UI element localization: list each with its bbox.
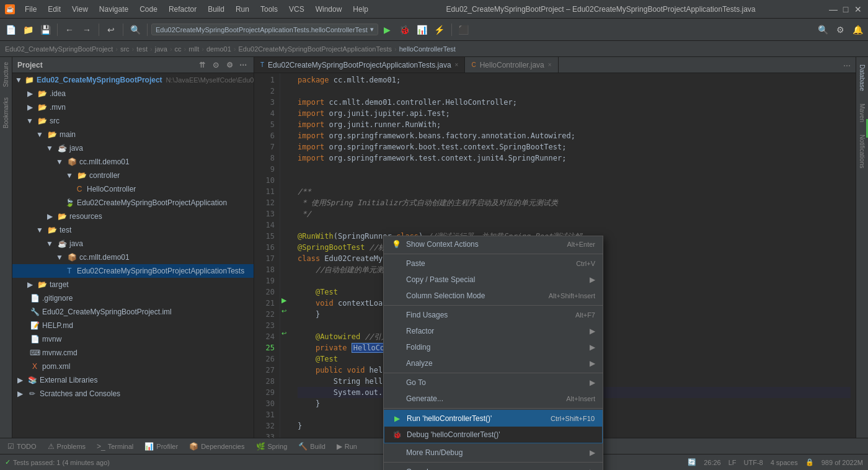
build-tab[interactable]: 🔨 Build bbox=[293, 441, 330, 452]
tree-item-app-tests[interactable]: T Edu02CreateMySpringBootProjectApplicat… bbox=[12, 264, 254, 278]
tree-item-pom[interactable]: X pom.xml bbox=[12, 360, 254, 373]
tree-item-target[interactable]: ▶ 📂 target bbox=[12, 278, 254, 291]
ctx-analyze[interactable]: Analyze ▶ bbox=[384, 355, 603, 371]
breadcrumb-src[interactable]: src bbox=[120, 45, 130, 53]
menu-navigate[interactable]: Navigate bbox=[94, 4, 133, 15]
undo-button[interactable]: ↩ bbox=[103, 22, 119, 38]
tree-item-java-main[interactable]: ▼ ☕ java bbox=[12, 141, 254, 155]
close-button[interactable]: ✕ bbox=[853, 4, 863, 14]
breadcrumb-project[interactable]: Edu02_CreateMySpringBootProject bbox=[5, 45, 113, 53]
maximize-button[interactable]: □ bbox=[841, 4, 851, 14]
breadcrumb-mllt[interactable]: mllt bbox=[188, 45, 199, 53]
ctx-show-context-actions[interactable]: 💡 Show Context Actions Alt+Enter bbox=[384, 236, 603, 252]
editor-tab-hello-ctrl[interactable]: C HelloController.java × bbox=[465, 57, 558, 73]
search-button[interactable]: 🔍 bbox=[815, 22, 831, 38]
save-button[interactable]: 💾 bbox=[37, 22, 53, 38]
open-button[interactable]: 📁 bbox=[20, 22, 36, 38]
ctx-copy-paste-special[interactable]: Copy / Paste Special ▶ bbox=[384, 272, 603, 288]
bookmarks-tab[interactable]: Bookmarks bbox=[0, 92, 12, 133]
locate-file-button[interactable]: ⊙ bbox=[210, 60, 221, 71]
menu-build[interactable]: Build bbox=[203, 4, 229, 15]
dependencies-tab[interactable]: 📦 Dependencies bbox=[184, 441, 249, 452]
tree-item-root[interactable]: ▼ 📁 Edu02_CreateMySpringBootProject N:\J… bbox=[12, 73, 254, 87]
menu-edit[interactable]: Edit bbox=[43, 4, 66, 15]
tree-item-mvn[interactable]: ▶ 📂 .mvn bbox=[12, 100, 254, 114]
terminal-tab[interactable]: >_ Terminal bbox=[92, 441, 138, 452]
menu-help[interactable]: Help bbox=[348, 4, 373, 15]
back-button[interactable]: ← bbox=[61, 22, 78, 38]
run-config-selector[interactable]: Edu02CreateMySpringBootProjectApplicatio… bbox=[151, 24, 378, 35]
ctx-paste[interactable]: Paste Ctrl+V bbox=[384, 255, 603, 272]
line-separator[interactable]: LF bbox=[728, 459, 737, 466]
tree-item-iml[interactable]: 🔧 Edu02_CreateMySpringBootProject.iml bbox=[12, 305, 254, 319]
breadcrumb-demo01[interactable]: demo01 bbox=[206, 45, 231, 53]
database-tab[interactable]: Database bbox=[856, 60, 868, 96]
profiler-tab[interactable]: 📊 Profiler bbox=[140, 441, 183, 452]
tree-settings-button[interactable]: ⚙ bbox=[224, 60, 235, 71]
menu-vcs[interactable]: VCS bbox=[284, 4, 309, 15]
tab-overflow-button[interactable]: ⋯ bbox=[838, 59, 856, 73]
ctx-run-test[interactable]: ▶ Run 'helloControllerTest()' Ctrl+Shift… bbox=[384, 410, 602, 427]
tree-item-src[interactable]: ▼ 📂 src bbox=[12, 114, 254, 128]
spring-tab[interactable]: 🌿 Spring bbox=[251, 441, 293, 452]
breadcrumb-cc[interactable]: cc bbox=[175, 45, 182, 53]
memory-indicator[interactable]: 989 of 2022M bbox=[822, 459, 863, 466]
profile-button[interactable]: ⚡ bbox=[432, 22, 448, 38]
ctx-open-in[interactable]: Open In ▶ bbox=[384, 464, 603, 470]
position-indicator[interactable]: 26:26 bbox=[704, 459, 721, 466]
editor-tab-app-tests[interactable]: T Edu02CreateMySpringBootProjectApplicat… bbox=[254, 57, 465, 73]
run-button[interactable]: ▶ bbox=[379, 22, 396, 38]
tree-item-gitignore[interactable]: 📄 .gitignore bbox=[12, 291, 254, 305]
search-everywhere-button[interactable]: 🔍 bbox=[127, 22, 143, 38]
tests-status[interactable]: ✓ Tests passed: 1 (4 minutes ago) bbox=[5, 458, 110, 466]
breadcrumb-class[interactable]: Edu02CreateMySpringBootProjectApplicatio… bbox=[238, 45, 392, 53]
tree-item-package-test[interactable]: ▼ 📦 cc.mllt.demo01 bbox=[12, 251, 254, 264]
notifications-button[interactable]: 🔔 bbox=[849, 22, 866, 38]
menu-tools[interactable]: Tools bbox=[255, 4, 283, 15]
breadcrumb-java[interactable]: java bbox=[155, 45, 167, 53]
tree-item-resources[interactable]: ▶ 📂 resources bbox=[12, 210, 254, 223]
tree-item-idea[interactable]: ▶ 📂 .idea bbox=[12, 87, 254, 100]
problems-tab[interactable]: ⚠ Problems bbox=[43, 441, 91, 452]
ctx-folding[interactable]: Folding ▶ bbox=[384, 339, 603, 355]
tree-item-java-test[interactable]: ▼ ☕ java bbox=[12, 237, 254, 251]
encoding-indicator[interactable]: UTF-8 bbox=[744, 459, 763, 466]
coverage-button[interactable]: 📊 bbox=[414, 22, 430, 38]
tree-item-help[interactable]: 📝 HELP.md bbox=[12, 319, 254, 332]
forward-button[interactable]: → bbox=[79, 22, 95, 38]
new-file-button[interactable]: 📄 bbox=[2, 22, 19, 38]
tree-item-hello-controller[interactable]: C HelloController bbox=[12, 182, 254, 196]
settings-button[interactable]: ⚙ bbox=[832, 22, 848, 38]
todo-tab[interactable]: ☑ TODO bbox=[2, 441, 42, 452]
menu-run[interactable]: Run bbox=[231, 4, 254, 15]
ctx-go-to[interactable]: Go To ▶ bbox=[384, 375, 603, 391]
ctx-generate[interactable]: Generate... Alt+Insert bbox=[384, 391, 603, 407]
structure-tab[interactable]: Structure bbox=[0, 57, 12, 92]
tree-item-package-main[interactable]: ▼ 📦 cc.mllt.demo01 bbox=[12, 155, 254, 169]
menu-bar[interactable]: File Edit View Navigate Code Refactor Bu… bbox=[20, 4, 373, 15]
tree-item-ext-libs[interactable]: ▶ 📚 External Libraries bbox=[12, 373, 254, 387]
tree-more-button[interactable]: ⋯ bbox=[237, 60, 249, 71]
breadcrumb-method[interactable]: helloControllerTest bbox=[399, 45, 456, 53]
readonly-icon[interactable]: 🔒 bbox=[805, 458, 814, 466]
minimize-button[interactable]: — bbox=[828, 4, 838, 14]
menu-refactor[interactable]: Refactor bbox=[164, 4, 202, 15]
ctx-debug-test[interactable]: 🐞 Debug 'helloControllerTest()' bbox=[384, 427, 602, 443]
tree-item-mvnw-cmd[interactable]: ⌨ mvnw.cmd bbox=[12, 346, 254, 360]
ctx-find-usages[interactable]: Find Usages Alt+F7 bbox=[384, 307, 603, 323]
collapse-all-button[interactable]: ⇈ bbox=[197, 60, 208, 71]
menu-file[interactable]: File bbox=[20, 4, 42, 15]
menu-code[interactable]: Code bbox=[135, 4, 162, 15]
menu-view[interactable]: View bbox=[67, 4, 93, 15]
sync-icon[interactable]: 🔄 bbox=[688, 458, 696, 466]
run-tab[interactable]: ▶ Run bbox=[332, 441, 362, 452]
stop-button[interactable]: ⬛ bbox=[456, 22, 472, 38]
indent-indicator[interactable]: 4 spaces bbox=[771, 459, 798, 466]
ctx-more-run[interactable]: More Run/Debug ▶ bbox=[384, 445, 603, 461]
menu-window[interactable]: Window bbox=[311, 4, 347, 15]
ctx-column-selection[interactable]: Column Selection Mode Alt+Shift+Insert bbox=[384, 288, 603, 304]
breadcrumb-test[interactable]: test bbox=[136, 45, 148, 53]
tree-item-mvnw[interactable]: 📄 mvnw bbox=[12, 332, 254, 346]
debug-button[interactable]: 🐞 bbox=[397, 22, 413, 38]
tree-item-scratches[interactable]: ▶ ✏ Scratches and Consoles bbox=[12, 387, 254, 401]
